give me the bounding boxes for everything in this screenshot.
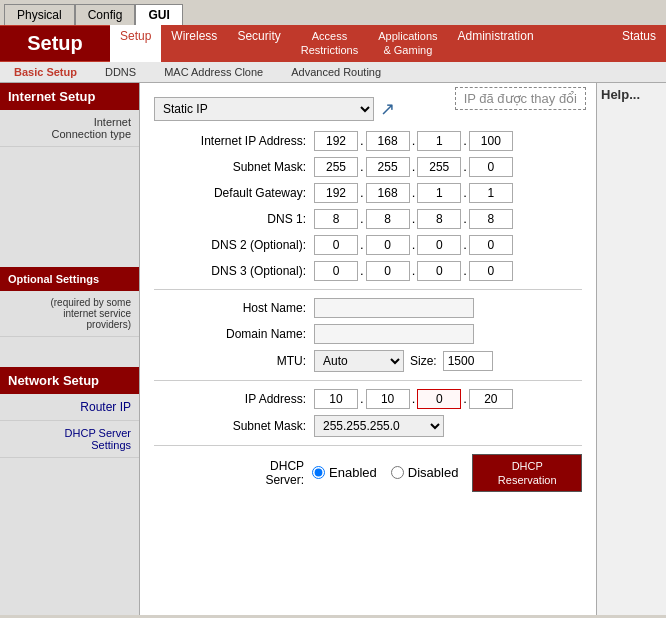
- dns2-label: DNS 2 (Optional):: [154, 238, 314, 252]
- nav-access-restrictions[interactable]: AccessRestrictions: [291, 25, 368, 62]
- network-ip-group: . . .: [314, 389, 513, 409]
- dns3-label: DNS 3 (Optional):: [154, 264, 314, 278]
- dns1-o3[interactable]: [417, 209, 461, 229]
- dns2-row: DNS 2 (Optional): . . .: [154, 235, 582, 255]
- internet-ip-label: Internet IP Address:: [154, 134, 314, 148]
- dns3-o2[interactable]: [366, 261, 410, 281]
- default-gateway-label: Default Gateway:: [154, 186, 314, 200]
- network-subnet-label: Subnet Mask:: [154, 419, 314, 433]
- dhcp-enabled-label[interactable]: Enabled: [312, 465, 377, 480]
- internet-ip-o1[interactable]: [314, 131, 358, 151]
- subnet-o4[interactable]: [469, 157, 513, 177]
- sidebar: Internet Setup InternetConnection type O…: [0, 83, 140, 615]
- host-name-row: Host Name:: [154, 298, 582, 318]
- dhcp-enabled-text: Enabled: [329, 465, 377, 480]
- dns1-group: . . .: [314, 209, 513, 229]
- network-ip-label: IP Address:: [154, 392, 314, 406]
- dhcp-disabled-text: Disabled: [408, 465, 459, 480]
- network-ip-o4[interactable]: [469, 389, 513, 409]
- dns3-o3[interactable]: [417, 261, 461, 281]
- brand-label: Setup: [0, 26, 110, 61]
- host-name-label: Host Name:: [154, 301, 314, 315]
- network-ip-o3[interactable]: [417, 389, 461, 409]
- dns2-o4[interactable]: [469, 235, 513, 255]
- dns1-o4[interactable]: [469, 209, 513, 229]
- default-gateway-row: Default Gateway: . . .: [154, 183, 582, 203]
- dns3-o4[interactable]: [469, 261, 513, 281]
- default-gateway-group: . . .: [314, 183, 513, 203]
- tooltip-text: IP đã được thay đổi: [464, 91, 577, 106]
- mtu-select[interactable]: Auto Manual: [314, 350, 404, 372]
- network-subnet-row: Subnet Mask: 255.255.255.0 255.255.0.0 2…: [154, 415, 582, 437]
- dns3-group: . . .: [314, 261, 513, 281]
- subnav-advanced-routing[interactable]: Advanced Routing: [277, 64, 395, 80]
- subnet-mask-label: Subnet Mask:: [154, 160, 314, 174]
- nav-administration[interactable]: Administration: [448, 25, 544, 62]
- subnet-mask-group: . . .: [314, 157, 513, 177]
- divider-3: [154, 445, 582, 446]
- dns1-o1[interactable]: [314, 209, 358, 229]
- subnav-mac-address-clone[interactable]: MAC Address Clone: [150, 64, 277, 80]
- sidebar-section-optional-settings: Optional Settings: [0, 267, 139, 291]
- dns2-o3[interactable]: [417, 235, 461, 255]
- divider-2: [154, 380, 582, 381]
- nav-status[interactable]: Status: [612, 25, 666, 62]
- dns2-o2[interactable]: [366, 235, 410, 255]
- gateway-o2[interactable]: [366, 183, 410, 203]
- gateway-o3[interactable]: [417, 183, 461, 203]
- dns2-group: . . .: [314, 235, 513, 255]
- network-ip-row: IP Address: . . .: [154, 389, 582, 409]
- gateway-o1[interactable]: [314, 183, 358, 203]
- help-label: Help...: [601, 87, 662, 102]
- internet-ip-group: . . .: [314, 131, 513, 151]
- nav-applications-gaming[interactable]: Applications& Gaming: [368, 25, 447, 62]
- dhcp-server-label: DHCPServer:: [154, 459, 312, 487]
- sidebar-section-internet-setup: Internet Setup: [0, 83, 139, 110]
- internet-ip-row: Internet IP Address: . . .: [154, 131, 582, 151]
- dns1-o2[interactable]: [366, 209, 410, 229]
- mtu-size-input[interactable]: 1500: [443, 351, 493, 371]
- dns2-o1[interactable]: [314, 235, 358, 255]
- sub-nav: Basic Setup DDNS MAC Address Clone Advan…: [0, 62, 666, 83]
- dhcp-disabled-radio[interactable]: [391, 466, 404, 479]
- nav-wireless[interactable]: Wireless: [161, 25, 227, 62]
- domain-name-input[interactable]: [314, 324, 474, 344]
- network-ip-o1[interactable]: [314, 389, 358, 409]
- dns3-row: DNS 3 (Optional): . . .: [154, 261, 582, 281]
- subnav-basic-setup[interactable]: Basic Setup: [0, 64, 91, 80]
- subnav-ddns[interactable]: DDNS: [91, 64, 150, 80]
- tab-config[interactable]: Config: [75, 4, 136, 25]
- size-label: Size:: [410, 354, 437, 368]
- internet-ip-o2[interactable]: [366, 131, 410, 151]
- dns3-o1[interactable]: [314, 261, 358, 281]
- sidebar-item-dhcp-server[interactable]: DHCP ServerSettings: [0, 421, 139, 458]
- tab-physical[interactable]: Physical: [4, 4, 75, 25]
- domain-name-row: Domain Name:: [154, 324, 582, 344]
- tab-gui[interactable]: GUI: [135, 4, 182, 25]
- host-name-input[interactable]: [314, 298, 474, 318]
- sidebar-section-network-setup: Network Setup: [0, 367, 139, 394]
- dns1-label: DNS 1:: [154, 212, 314, 226]
- subnet-o1[interactable]: [314, 157, 358, 177]
- gateway-o4[interactable]: [469, 183, 513, 203]
- arrow-icon: ↗: [380, 98, 395, 120]
- dhcp-reservation-button[interactable]: DHCP Reservation: [472, 454, 582, 493]
- content-area: Internet Setup InternetConnection type O…: [0, 83, 666, 615]
- domain-name-label: Domain Name:: [154, 327, 314, 341]
- internet-ip-o3[interactable]: [417, 131, 461, 151]
- network-subnet-select[interactable]: 255.255.255.0 255.255.0.0 255.0.0.0: [314, 415, 444, 437]
- network-ip-o2[interactable]: [366, 389, 410, 409]
- sidebar-item-connection-type[interactable]: InternetConnection type: [0, 110, 139, 147]
- dhcp-disabled-label[interactable]: Disabled: [391, 465, 459, 480]
- internet-ip-o4[interactable]: [469, 131, 513, 151]
- help-sidebar: Help...: [596, 83, 666, 615]
- subnet-o2[interactable]: [366, 157, 410, 177]
- sidebar-item-router-ip[interactable]: Router IP: [0, 394, 139, 421]
- main-content: IP đã được thay đổi Static IP DHCP PPPoE…: [140, 83, 596, 615]
- connection-type-select[interactable]: Static IP DHCP PPPoE PPTP L2TP: [154, 97, 374, 121]
- subnet-o3[interactable]: [417, 157, 461, 177]
- nav-security[interactable]: Security: [227, 25, 290, 62]
- dhcp-enabled-radio[interactable]: [312, 466, 325, 479]
- top-tabs-bar: Physical Config GUI: [0, 0, 666, 25]
- nav-setup[interactable]: Setup: [110, 25, 161, 62]
